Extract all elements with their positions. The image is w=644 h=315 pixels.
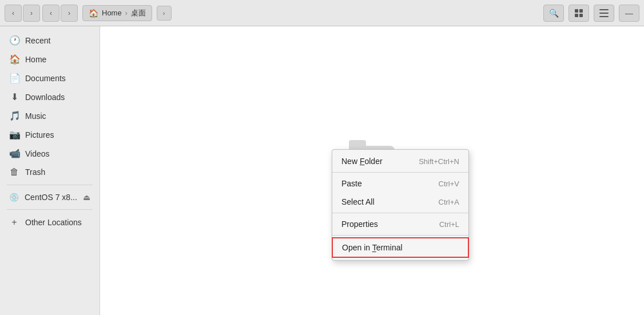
other-locations-icon: +	[9, 217, 19, 228]
sidebar-label-documents: Documents	[25, 74, 66, 83]
svg-rect-1	[579, 9, 583, 13]
menu-label-new-folder: New Folder	[341, 157, 383, 166]
sidebar-item-other-locations[interactable]: + Other Locations	[0, 213, 100, 232]
recent-icon: 🕐	[9, 35, 19, 46]
sidebar-divider	[7, 185, 93, 185]
sidebar-label-videos: Videos	[25, 149, 50, 158]
sidebar-item-music[interactable]: 🎵 Music	[0, 106, 100, 125]
menu-shortcut-new-folder: Shift+Ctrl+N	[419, 157, 459, 166]
breadcrumb-separator: ›	[125, 9, 128, 17]
search-button[interactable]: 🔍	[543, 5, 564, 22]
back-button[interactable]: ‹	[5, 5, 22, 22]
sidebar-item-trash[interactable]: 🗑 Trash	[0, 163, 100, 181]
menu-separator-3	[332, 235, 468, 236]
sidebar-item-home[interactable]: 🏠 Home	[0, 50, 100, 69]
breadcrumb-expand-button[interactable]: ›	[157, 6, 172, 21]
menu-button[interactable]	[594, 5, 614, 22]
file-area[interactable]: Folder is Empty New Folder Shift+Ctrl+N …	[100, 26, 644, 315]
history-nav-group: ‹ ›	[42, 5, 78, 22]
trash-icon: 🗑	[9, 167, 19, 177]
forward-button[interactable]: ›	[23, 5, 40, 22]
svg-rect-4	[599, 9, 609, 10]
main-area: 🕐 Recent 🏠 Home 📄 Documents ⬇ Downloads …	[0, 26, 644, 315]
sidebar-item-pictures[interactable]: 📷 Pictures	[0, 125, 100, 144]
sidebar-label-recent: Recent	[25, 36, 50, 45]
videos-icon: 📹	[9, 148, 19, 159]
menu-shortcut-paste: Ctrl+V	[439, 180, 459, 188]
home-sidebar-icon: 🏠	[9, 54, 19, 65]
context-menu: New Folder Shift+Ctrl+N Paste Ctrl+V Sel…	[332, 149, 469, 261]
music-icon: 🎵	[9, 110, 19, 121]
prev-button[interactable]: ‹	[42, 5, 59, 22]
svg-rect-5	[599, 13, 609, 14]
sidebar-item-downloads[interactable]: ⬇ Downloads	[0, 87, 100, 106]
menu-item-select-all[interactable]: Select All Ctrl+A	[332, 193, 468, 211]
svg-rect-0	[575, 9, 578, 13]
menu-label-paste: Paste	[341, 179, 362, 188]
sidebar-item-videos[interactable]: 📹 Videos	[0, 144, 100, 163]
home-icon: 🏠	[89, 9, 98, 18]
menu-separator-1	[332, 172, 468, 173]
breadcrumb: 🏠 Home › 桌面	[82, 5, 152, 21]
sidebar-label-centos: CentOS 7 x8...	[25, 193, 77, 202]
menu-label-open-terminal: Open in Terminal	[342, 243, 403, 252]
menu-label-select-all: Select All	[341, 197, 375, 206]
sidebar-label-other-locations: Other Locations	[25, 218, 82, 227]
menu-shortcut-properties: Ctrl+L	[439, 220, 459, 229]
svg-rect-6	[599, 16, 609, 17]
menu-separator-2	[332, 213, 468, 213]
menu-item-properties[interactable]: Properties Ctrl+L	[332, 215, 468, 233]
sidebar-item-documents[interactable]: 📄 Documents	[0, 69, 100, 87]
centos-icon: 💿	[9, 193, 19, 202]
downloads-icon: ⬇	[9, 91, 19, 102]
minimize-button[interactable]: —	[619, 5, 639, 22]
view-toggle-button[interactable]	[569, 5, 589, 22]
menu-label-properties: Properties	[341, 220, 378, 229]
sidebar-label-pictures: Pictures	[25, 130, 54, 139]
sidebar-item-recent[interactable]: 🕐 Recent	[0, 31, 100, 50]
menu-item-new-folder[interactable]: New Folder Shift+Ctrl+N	[332, 152, 468, 170]
sidebar-item-centos[interactable]: 💿 CentOS 7 x8... ⏏	[0, 189, 100, 206]
back-forward-group: ‹ ›	[5, 5, 40, 22]
next-button[interactable]: ›	[61, 5, 78, 22]
sidebar-label-home: Home	[25, 55, 46, 64]
pictures-icon: 📷	[9, 129, 19, 140]
titlebar: ‹ › ‹ › 🏠 Home › 桌面 › 🔍 —	[0, 0, 644, 26]
breadcrumb-home-label[interactable]: Home	[102, 9, 122, 17]
sidebar-label-trash: Trash	[25, 168, 45, 177]
sidebar-divider-2	[7, 209, 93, 210]
svg-rect-2	[575, 14, 578, 17]
menu-shortcut-select-all: Ctrl+A	[439, 198, 459, 206]
eject-button[interactable]: ⏏	[83, 193, 90, 202]
sidebar: 🕐 Recent 🏠 Home 📄 Documents ⬇ Downloads …	[0, 26, 100, 315]
breadcrumb-desk-label[interactable]: 桌面	[131, 8, 146, 18]
sidebar-label-music: Music	[25, 111, 46, 121]
documents-icon: 📄	[9, 73, 19, 83]
svg-rect-3	[579, 14, 583, 17]
sidebar-label-downloads: Downloads	[25, 93, 65, 102]
menu-item-open-terminal[interactable]: Open in Terminal	[332, 237, 469, 258]
menu-item-paste[interactable]: Paste Ctrl+V	[332, 174, 468, 193]
